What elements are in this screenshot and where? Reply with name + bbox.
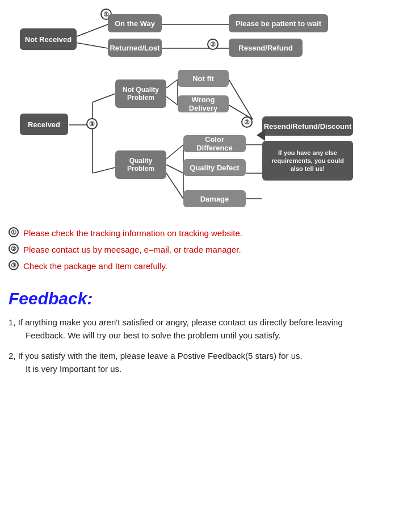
flowchart: ① ② ③ ② Not Received On the Way Please b… [9, 6, 394, 221]
feedback-item-2-indent: It is very Important for us. [26, 363, 394, 376]
svg-line-13 [166, 173, 183, 199]
returned-lost-box: Returned/Lost [108, 39, 162, 57]
not-fit-box: Not fit [178, 70, 229, 87]
svg-line-11 [166, 145, 183, 159]
wrong-delivery-box: Wrong Delivery [178, 95, 229, 112]
feedback-section: Feedback: 1, If anything make you aren't… [9, 289, 394, 375]
instruction-text-2: Please contact us by meesage, e–mail, or… [23, 244, 241, 255]
instruction-num-2: ② [9, 244, 21, 254]
flow-circle-2-mid: ② [241, 116, 253, 128]
instructions-section: ① Please check the tracking information … [9, 227, 394, 272]
color-difference-box: Color Difference [183, 135, 246, 152]
instruction-3: ③ Check the package and Item carefully. [9, 260, 394, 272]
feedback-item-2: 2, If you satisfy with the item, please … [9, 350, 394, 375]
feedback-item-1: 1, If anything make you aren't satisfied… [9, 316, 394, 342]
quality-problem-box: Quality Problem [115, 150, 166, 179]
feedback-item-1-main: 1, If anything make you aren't satisfied… [9, 317, 343, 327]
feedback-title: Feedback: [9, 289, 394, 308]
feedback-item-2-main: 2, If you satisfy with the item, please … [9, 351, 303, 361]
svg-line-12 [166, 165, 183, 173]
instruction-text-3: Check the package and Item carefully. [23, 260, 167, 272]
svg-line-6 [93, 94, 115, 102]
feedback-item-1-indent: Feedback. We will try our best to solve … [26, 329, 394, 342]
svg-line-15 [229, 79, 253, 119]
instruction-2: ② Please contact us by meesage, e–mail, … [9, 244, 394, 255]
svg-line-7 [93, 167, 115, 173]
arrow-triangle [257, 129, 265, 141]
instruction-1: ① Please check the tracking information … [9, 227, 394, 239]
else-requirements-box: If you have any else requirements, you c… [262, 141, 353, 181]
instruction-num-1: ① [9, 227, 21, 237]
resend-refund-discount-box: Resend/Refund/Discount [262, 116, 353, 136]
patient-box: Please be patient to wait [229, 14, 328, 32]
damage-box: Damage [183, 190, 246, 207]
svg-line-8 [166, 79, 178, 88]
svg-marker-20 [257, 129, 265, 141]
svg-line-9 [166, 97, 178, 105]
svg-line-1 [75, 43, 108, 48]
flow-circle-3: ③ [86, 118, 98, 129]
on-the-way-box: On the Way [108, 14, 162, 32]
instruction-text-1: Please check the tracking information on… [23, 227, 242, 239]
not-received-box: Not Received [20, 28, 77, 50]
flow-circle-2-top: ② [207, 39, 219, 50]
quality-defect-box: Quality Defect [183, 159, 246, 176]
svg-line-0 [75, 24, 108, 37]
received-box: Received [20, 114, 68, 135]
not-quality-problem-box: Not Quality Problem [115, 79, 166, 108]
resend-refund-box: Resend/Refund [229, 39, 303, 57]
instruction-num-3: ③ [9, 260, 21, 270]
